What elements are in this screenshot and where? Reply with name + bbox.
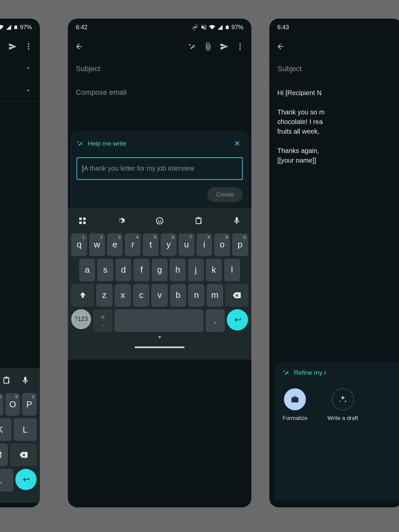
key-e[interactable]: e3 [107,233,123,256]
key-q[interactable]: q1 [71,233,87,256]
compose-toolbar [0,36,40,57]
key-d[interactable]: d [115,259,131,281]
svg-rect-6 [79,217,82,220]
magic-wand-icon[interactable] [184,39,200,55]
email-body[interactable]: Hi [Recipient NThank you so mchocolate! … [269,81,399,173]
key-m[interactable]: m [206,284,223,307]
key-u[interactable]: u7 [179,233,195,256]
key-L[interactable]: L [14,418,37,441]
key-shift[interactable] [71,284,94,307]
emoji-icon[interactable] [153,214,166,227]
keyboard-collapse-icon[interactable] [69,333,250,343]
phone-left-partial: 97% I8O9P0 KL M . [0,19,40,507]
battery-icon [14,24,18,31]
key-backspace[interactable] [10,444,37,466]
svg-point-2 [28,48,29,50]
briefcase-icon [284,388,306,410]
send-icon[interactable] [5,39,21,55]
key-b[interactable]: b [170,284,186,307]
key-j[interactable]: j [188,259,204,281]
key-O[interactable]: O9 [5,393,20,416]
from-field[interactable] [0,57,40,79]
key-f[interactable]: f [133,259,149,281]
key-backspace[interactable] [225,284,248,307]
status-bar: 6:43 [269,19,399,36]
apps-icon[interactable] [76,214,89,227]
key-z[interactable]: z [96,284,112,307]
status-icons-right: 97% [192,24,243,31]
help-prompt-input[interactable]: A thank you letter for my job interview [76,157,243,180]
key-period[interactable]: . [0,469,13,491]
subject-field[interactable]: Subject [269,57,399,81]
subject-placeholder: Subject [277,65,302,73]
svg-point-11 [158,219,159,220]
nav-handle[interactable] [69,343,250,349]
key-K[interactable]: K [0,418,12,441]
back-icon[interactable] [273,39,289,55]
compose-placeholder: Compose email [76,88,127,96]
compose-body[interactable]: Compose email [68,81,251,131]
key-p[interactable]: p0 [232,233,248,256]
key-t[interactable]: t5 [143,233,159,256]
compose-toolbar [269,36,399,57]
key-space[interactable] [114,309,203,332]
subject-field[interactable] [0,102,40,117]
key-n[interactable]: n [188,284,204,307]
key-a[interactable]: a [79,259,95,281]
subject-field[interactable]: Subject [68,57,251,81]
compose-toolbar [68,36,251,57]
create-button[interactable]: Create [207,187,243,202]
svg-point-5 [239,48,241,50]
more-icon[interactable] [21,39,37,55]
key-x[interactable]: x [115,284,131,307]
mic-icon[interactable] [230,214,243,227]
battery-text: 97% [20,24,32,31]
status-time: 6:43 [277,24,289,31]
svg-point-10 [156,217,163,224]
key-enter[interactable] [15,469,37,490]
svg-point-1 [28,46,29,47]
clipboard-icon[interactable] [0,374,13,387]
key-r[interactable]: r4 [125,233,141,256]
key-l[interactable]: l [224,259,240,281]
keyboard: q1w2e3r4t5y6u7i8o9p0 asdfghjkl zxcvbnm ?… [68,208,251,359]
attach-icon[interactable] [0,39,5,55]
mic-icon[interactable] [19,374,32,387]
svg-rect-9 [83,221,86,224]
more-icon[interactable] [232,39,248,55]
key-i[interactable]: i8 [197,233,212,256]
key-o[interactable]: o9 [214,233,230,256]
status-time: 6:42 [76,24,87,31]
help-title: Help me write [88,140,126,147]
key-s[interactable]: s [97,259,113,281]
key-k[interactable]: k [206,259,222,281]
key-period[interactable]: . [205,309,225,332]
back-icon[interactable] [71,39,87,55]
key-c[interactable]: c [133,284,149,307]
key-enter[interactable] [227,309,248,331]
key-v[interactable]: v [151,284,168,307]
key-P[interactable]: P0 [22,393,37,416]
magic-wand-icon [283,369,290,376]
close-icon[interactable]: ✕ [231,138,243,149]
attach-icon[interactable] [200,39,216,55]
key-w[interactable]: w2 [89,233,105,256]
clipboard-icon[interactable] [192,214,205,227]
keyboard: I8O9P0 KL M . [0,368,40,503]
key-g[interactable]: g [152,259,168,281]
refine-option-write-a-draft[interactable]: Write a draft [328,388,358,422]
help-me-write-panel: Help me write ✕ A thank you letter for m… [70,131,249,208]
gear-icon[interactable] [114,214,128,227]
refine-panel: Refine my r FormalizeWrite a draft [275,361,399,501]
key-I[interactable]: I8 [0,393,3,416]
phone-center: 6:42 97% Subject Compose email Help me w… [68,19,251,507]
key-emoji-comma[interactable]: ☺, [93,309,112,332]
to-field[interactable] [0,79,40,102]
send-icon[interactable] [216,39,232,55]
key-y[interactable]: y6 [161,233,177,256]
key-numbers[interactable]: ?123 [71,309,91,329]
key-M[interactable]: M [0,444,8,466]
key-h[interactable]: h [170,259,186,281]
refine-option-formalize[interactable]: Formalize [283,388,308,422]
phone-right-partial: 6:43 Subject Hi [Recipient NThank you so… [269,19,399,507]
